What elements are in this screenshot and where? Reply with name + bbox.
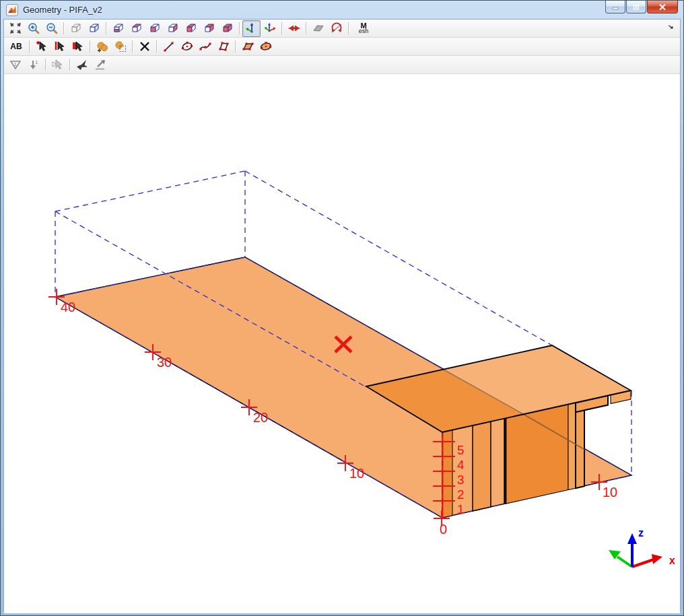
toolbar-separator bbox=[239, 22, 240, 34]
zoom-in-button[interactable] bbox=[24, 20, 42, 37]
shape-copy-icon bbox=[114, 40, 127, 53]
z-tick-5: 5 bbox=[457, 443, 465, 457]
toolbar-separator bbox=[306, 22, 306, 34]
x-axis-label: x bbox=[669, 555, 675, 566]
z-tick-4: 4 bbox=[457, 458, 465, 472]
toolbar-separator bbox=[90, 40, 90, 53]
select-edge-button[interactable] bbox=[50, 38, 69, 55]
restore-button[interactable] bbox=[626, 1, 646, 13]
feed-pin-strip bbox=[473, 421, 491, 511]
draw-line-icon bbox=[162, 40, 176, 53]
delete-icon bbox=[138, 40, 151, 53]
draw-curve-button[interactable] bbox=[196, 38, 214, 55]
toolbar-row-1: M esh bbox=[4, 20, 680, 38]
toolbar-separator bbox=[348, 22, 349, 34]
view-cube-icon bbox=[184, 22, 198, 35]
level-insert-button[interactable]: 1 bbox=[24, 57, 42, 73]
z-tick-3: 3 bbox=[457, 473, 465, 487]
toolbar-separator bbox=[106, 22, 106, 34]
view-cube-3-button[interactable] bbox=[145, 20, 164, 37]
shaded-view-button[interactable] bbox=[85, 20, 103, 37]
toolbar-separator bbox=[156, 40, 157, 53]
zoom-in-icon bbox=[27, 22, 40, 35]
draw-filled-rect-button[interactable] bbox=[238, 38, 256, 55]
shaded-cube-icon bbox=[88, 22, 101, 35]
view-cube-icon bbox=[148, 22, 162, 35]
window-title: Geometry - PIFA_v2 bbox=[23, 5, 102, 15]
label-ab-button[interactable]: AB bbox=[6, 38, 26, 55]
ab-label: AB bbox=[10, 42, 22, 51]
view-cube-icon bbox=[221, 22, 234, 35]
cut-plane-button[interactable] bbox=[285, 20, 303, 37]
toolbar-separator bbox=[29, 40, 30, 53]
view-cube-icon bbox=[166, 22, 180, 35]
view-3d-button[interactable] bbox=[261, 20, 279, 37]
draw-polygon-button[interactable] bbox=[214, 38, 232, 55]
draw-line-button[interactable] bbox=[160, 38, 178, 55]
l-element-bar bbox=[576, 401, 584, 488]
snap-cursor-button[interactable] bbox=[48, 57, 67, 73]
x-tick-20: 20 bbox=[253, 410, 268, 425]
export-view-icon bbox=[94, 58, 107, 71]
wireframe-view-button[interactable] bbox=[67, 20, 85, 37]
export-view-button[interactable] bbox=[91, 57, 109, 73]
close-icon bbox=[658, 3, 666, 11]
toolbar-separator bbox=[69, 59, 70, 71]
toolbar-separator bbox=[281, 22, 282, 34]
rotate-view-button[interactable] bbox=[327, 20, 345, 37]
plane-icon bbox=[312, 22, 325, 35]
origin-tick-0: 0 bbox=[440, 522, 447, 537]
mesh-icon: M esh bbox=[353, 23, 374, 34]
shape-copy-button[interactable] bbox=[111, 38, 129, 55]
app-icon bbox=[6, 4, 18, 16]
3d-axes-icon bbox=[263, 22, 277, 35]
view-cube-6-button[interactable] bbox=[200, 20, 218, 37]
x-tick-30: 30 bbox=[157, 355, 172, 370]
view-cube-7-button[interactable] bbox=[218, 20, 236, 37]
mesh-button[interactable]: M esh bbox=[351, 20, 376, 37]
draw-curve-icon bbox=[199, 40, 212, 53]
close-button[interactable] bbox=[647, 1, 678, 13]
toolbar-row-2: AB bbox=[4, 38, 680, 56]
zoom-out-button[interactable] bbox=[42, 20, 61, 37]
normal-axes-icon bbox=[245, 22, 259, 35]
pin-icon bbox=[75, 58, 89, 71]
svg-text:1: 1 bbox=[13, 61, 17, 67]
toolbar-overflow-button[interactable] bbox=[666, 22, 677, 33]
snap-cursor-icon bbox=[51, 58, 65, 71]
view-cube-4-button[interactable] bbox=[164, 20, 182, 37]
app-window: Geometry - PIFA_v2 bbox=[0, 0, 684, 616]
canvas-area: 40 30 20 10 0 10 5 4 3 2 1 bbox=[4, 74, 680, 613]
level-marker-button[interactable]: 1 bbox=[6, 57, 24, 73]
delete-button[interactable] bbox=[135, 38, 153, 55]
titlebar[interactable]: Geometry - PIFA_v2 bbox=[1, 1, 683, 19]
view-cube-1-button[interactable] bbox=[109, 20, 127, 37]
select-point-button[interactable] bbox=[32, 38, 50, 55]
view-cube-icon bbox=[112, 22, 125, 35]
shape-union-icon bbox=[96, 40, 109, 53]
wall-light-strip bbox=[568, 403, 576, 489]
minimize-button[interactable] bbox=[605, 1, 625, 13]
plane-button[interactable] bbox=[309, 20, 327, 37]
z-axis-label: z bbox=[638, 527, 644, 539]
view-cube-2-button[interactable] bbox=[127, 20, 145, 37]
select-face-button[interactable] bbox=[69, 38, 87, 55]
select-face-icon bbox=[71, 40, 85, 53]
x-axis-arrow bbox=[652, 554, 662, 564]
minimize-icon bbox=[611, 3, 619, 10]
view-normal-button[interactable] bbox=[242, 20, 261, 37]
z-axis-arrow bbox=[627, 533, 637, 544]
pin-button[interactable] bbox=[73, 57, 91, 73]
zoom-extents-button[interactable] bbox=[6, 20, 24, 37]
toolbar-row-3: 1 1 bbox=[4, 56, 680, 74]
draw-ellipse-button[interactable] bbox=[178, 38, 196, 55]
view-cube-5-button[interactable] bbox=[182, 20, 200, 37]
restore-icon bbox=[632, 3, 640, 11]
x-tick-10: 10 bbox=[349, 466, 364, 481]
rotate-icon bbox=[330, 22, 343, 35]
geometry-canvas[interactable]: 40 30 20 10 0 10 5 4 3 2 1 bbox=[4, 74, 680, 613]
draw-polygon-icon bbox=[217, 40, 230, 53]
draw-filled-ellipse-button[interactable] bbox=[256, 38, 275, 55]
shape-union-button[interactable] bbox=[93, 38, 111, 55]
level-marker-icon: 1 bbox=[9, 58, 22, 71]
